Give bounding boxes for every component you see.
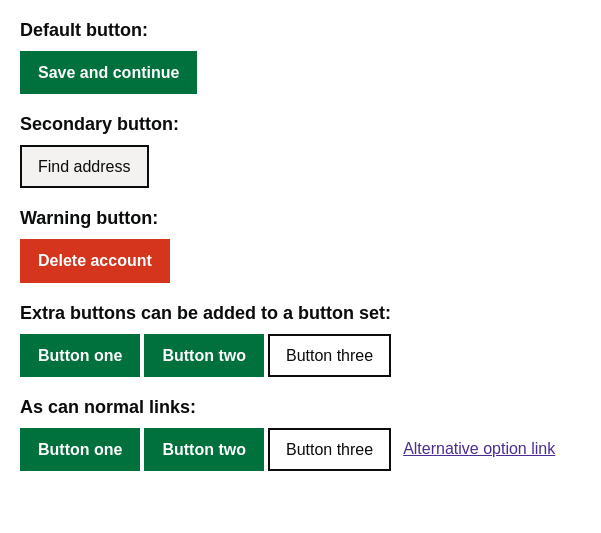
button-set-links-label: As can normal links: (20, 397, 581, 418)
button-one-set2[interactable]: Button one (20, 428, 140, 471)
warning-button-section: Warning button: Delete account (20, 208, 581, 282)
default-button-label: Default button: (20, 20, 581, 41)
secondary-button-section: Secondary button: Find address (20, 114, 581, 188)
warning-button-label: Warning button: (20, 208, 581, 229)
button-three-set2[interactable]: Button three (268, 428, 391, 471)
button-set-links-group: Button one Button two Button three Alter… (20, 428, 581, 471)
button-set-section: Extra buttons can be added to a button s… (20, 303, 581, 377)
button-set-label: Extra buttons can be added to a button s… (20, 303, 581, 324)
button-two-set1[interactable]: Button two (144, 334, 264, 377)
button-one-set1[interactable]: Button one (20, 334, 140, 377)
secondary-button-label: Secondary button: (20, 114, 581, 135)
button-three-set1[interactable]: Button three (268, 334, 391, 377)
delete-account-button[interactable]: Delete account (20, 239, 170, 282)
save-continue-button[interactable]: Save and continue (20, 51, 197, 94)
default-button-section: Default button: Save and continue (20, 20, 581, 94)
button-two-set2[interactable]: Button two (144, 428, 264, 471)
alternative-option-link[interactable]: Alternative option link (403, 430, 555, 468)
button-set-group: Button one Button two Button three (20, 334, 581, 377)
button-set-links-section: As can normal links: Button one Button t… (20, 397, 581, 471)
find-address-button[interactable]: Find address (20, 145, 149, 188)
